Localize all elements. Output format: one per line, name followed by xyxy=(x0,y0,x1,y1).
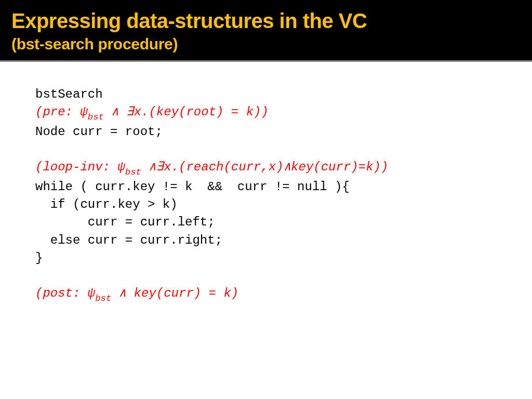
code-close: } xyxy=(35,249,532,267)
code-decl: Node curr = root; xyxy=(35,123,532,141)
code-if: if (curr.key > k) xyxy=(35,196,532,214)
code-then: curr = curr.left; xyxy=(35,214,532,231)
slide-title: Expressing data-structures in the VC xyxy=(11,9,521,32)
code-name: bstSearch xyxy=(35,86,532,103)
slide-header: Expressing data-structures in the VC (bs… xyxy=(0,0,532,62)
postcondition: (post: ψbst ∧ key(curr) = k) xyxy=(35,285,532,304)
code-else: else curr = curr.right; xyxy=(35,232,532,249)
blank-line xyxy=(35,267,532,285)
loop-invariant: (loop-inv: ψbst ∧∃x.(reach(curr,x)∧key(c… xyxy=(35,158,532,178)
precondition: (pre: ψbst ∧ ∃x.(key(root) = k)) xyxy=(35,103,532,123)
slide-subtitle: (bst-search procedure) xyxy=(11,35,521,53)
code-while: while ( curr.key != k && curr != null ){ xyxy=(35,178,532,196)
slide-body: bstSearch (pre: ψbst ∧ ∃x.(key(root) = k… xyxy=(0,62,532,304)
blank-line xyxy=(35,141,532,158)
